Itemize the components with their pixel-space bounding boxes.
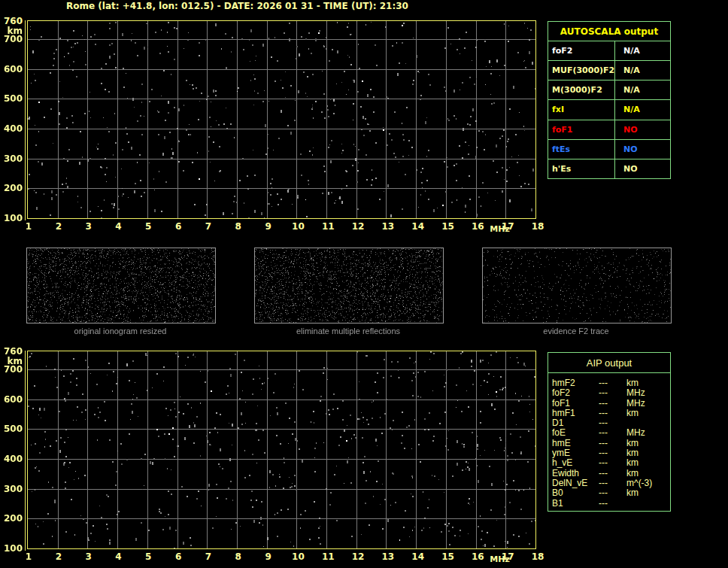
x-tick-label: 1: [18, 222, 39, 232]
parameter-label: B1: [552, 498, 563, 509]
parameter-unit: km: [626, 457, 639, 468]
x-tick-label: 3: [78, 552, 99, 562]
thumbnail-caption: eliminate multiple reflections: [253, 327, 443, 336]
thumbnail-canvas: [27, 248, 215, 323]
autoscala-table-row: foF1NO: [548, 120, 670, 140]
autoscala-table-row: fxIN/A: [548, 100, 670, 120]
parameter-value: ---: [599, 418, 608, 428]
parameter-label: MUF(3000)F2: [548, 61, 615, 80]
parameter-value: ---: [599, 488, 608, 498]
parameter-value: N/A: [615, 61, 670, 80]
autoscala-table-row: h'EsNO: [548, 159, 670, 178]
aip-table-row: foF1---MHz: [548, 398, 670, 408]
aip-table-rows: hmF2---kmfoF2---MHzfoF1---MHzhmF1---kmD1…: [548, 373, 670, 508]
x-tick-label: 4: [108, 222, 129, 232]
parameter-unit: km: [626, 468, 639, 478]
autoscala-app-window: Rome (lat: +41.8, lon: 012.5) - DATE: 20…: [0, 0, 728, 568]
y-tick-label: 500: [0, 94, 23, 104]
x-axis-unit-label: MHz: [490, 225, 510, 234]
x-tick-label: 5: [138, 552, 159, 562]
parameter-value: N/A: [615, 41, 670, 60]
y-tick-label: 500: [0, 424, 23, 434]
thumbnail-caption: original ionogram resized: [26, 327, 215, 336]
parameter-unit: MHz: [626, 387, 645, 398]
parameter-label: foF2: [552, 387, 570, 398]
thumbnail-canvas: [255, 248, 443, 323]
y-axis-line: [25, 351, 26, 551]
y-axis-line: [25, 20, 26, 220]
x-tick-label: 4: [108, 552, 129, 562]
x-tick-label: 12: [347, 552, 369, 562]
x-tick-label: 18: [527, 222, 548, 232]
parameter-label: Ewidth: [552, 468, 579, 478]
parameter-value: ---: [599, 427, 608, 438]
aip-table-row: DelN_vE---m^(-3): [548, 478, 670, 488]
parameter-label: foF1: [552, 398, 570, 409]
aip-table-row: foE---MHz: [548, 427, 670, 437]
aip-table-header: AIP output: [548, 353, 670, 373]
aip-table-row: B1---: [548, 498, 670, 508]
x-tick-label: 11: [317, 552, 338, 562]
x-tick-label: 10: [287, 552, 308, 562]
aip-table-row: foF2---MHz: [548, 387, 670, 397]
parameter-label: hmF1: [552, 408, 575, 418]
autoscala-table-header: AUTOSCALA output: [548, 22, 670, 41]
processing-thumbnail: [26, 248, 216, 323]
x-tick-label: 15: [438, 552, 459, 562]
parameter-label: fxI: [548, 100, 615, 119]
parameter-label: ymE: [552, 448, 570, 458]
parameter-unit: MHz: [626, 398, 645, 409]
aip-table-row: hmE---km: [548, 438, 670, 448]
x-tick-label: 15: [438, 222, 459, 232]
x-tick-label: 3: [78, 222, 99, 232]
x-tick-label: 8: [228, 552, 249, 562]
parameter-label: h_vE: [552, 457, 572, 468]
parameter-unit: MHz: [626, 427, 645, 438]
autoscala-table-row: M(3000)F2N/A: [548, 80, 670, 100]
parameter-label: hmE: [552, 438, 571, 448]
x-tick-label: 16: [467, 222, 488, 232]
processing-thumbnail: [254, 248, 444, 323]
thumbnail-canvas: [483, 248, 671, 323]
x-tick-label: 2: [48, 552, 69, 562]
x-tick-label: 18: [527, 552, 548, 562]
y-tick-label: 400: [0, 454, 23, 464]
aip-table-row: B0---km: [548, 488, 670, 497]
parameter-value: ---: [599, 378, 608, 388]
y-tick-label: 600: [0, 65, 23, 74]
ionogram-plot-bottom: [27, 351, 536, 549]
ionogram-plot-top: [27, 20, 536, 219]
parameter-value: ---: [599, 498, 608, 509]
aip-table-row: h_vE---km: [548, 457, 670, 467]
parameter-label: ftEs: [548, 140, 615, 159]
y-tick-label: 200: [0, 184, 23, 193]
x-tick-label: 12: [347, 222, 369, 232]
ionogram-canvas-top: [28, 21, 535, 218]
parameter-value: NO: [615, 120, 670, 139]
x-tick-label: 13: [378, 552, 399, 562]
parameter-label: D1: [552, 418, 563, 428]
processing-thumbnail: [482, 248, 672, 323]
parameter-value: ---: [599, 398, 608, 409]
parameter-unit: km: [626, 488, 639, 498]
x-tick-label: 5: [138, 222, 159, 232]
x-tick-label: 13: [378, 222, 399, 232]
parameter-value: ---: [599, 438, 608, 448]
parameter-label: h'Es: [548, 159, 615, 178]
y-tick-label: 300: [0, 484, 23, 494]
parameter-value: ---: [599, 457, 608, 468]
aip-table-row: hmF2---km: [548, 378, 670, 387]
x-tick-label: 8: [228, 222, 249, 232]
y-axis-unit-label: km: [0, 26, 23, 36]
parameter-value: ---: [599, 448, 608, 458]
parameter-value: N/A: [615, 100, 670, 119]
parameter-label: foF2: [548, 41, 615, 60]
x-axis-unit-label: MHz: [490, 555, 510, 564]
parameter-unit: km: [626, 378, 639, 388]
x-tick-label: 7: [198, 222, 219, 232]
x-tick-label: 14: [408, 552, 429, 562]
thumbnail-caption: evidence F2 trace: [481, 327, 671, 336]
parameter-value: ---: [599, 408, 608, 418]
x-tick-label: 14: [408, 222, 429, 232]
y-tick-label: 300: [0, 154, 23, 164]
